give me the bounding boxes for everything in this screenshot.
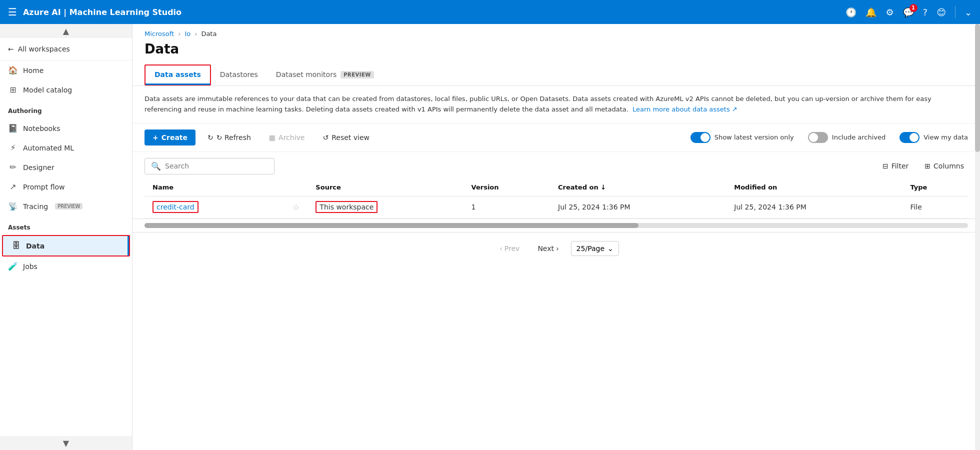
star-icon[interactable]: ☆ xyxy=(292,202,300,212)
bell-icon[interactable]: 🔔 xyxy=(866,7,876,18)
tabs: Data assets Datastores Dataset monitors … xyxy=(132,64,980,86)
history-icon[interactable]: 🕐 xyxy=(846,7,856,18)
archive-label: Archive xyxy=(278,134,304,142)
help-icon[interactable]: ? xyxy=(923,7,928,18)
hscroll-row xyxy=(132,218,980,232)
col-header-modified-on[interactable]: Modified on xyxy=(726,178,902,196)
col-header-created-on[interactable]: Created on ↓ xyxy=(550,178,726,196)
sidebar-item-jobs[interactable]: 🧪 Jobs xyxy=(0,256,132,276)
show-latest-toggle[interactable] xyxy=(690,132,710,143)
col-header-source[interactable]: Source xyxy=(308,178,463,196)
sidebar-prompt-flow-label: Prompt flow xyxy=(23,183,65,191)
sidebar: ▲ ← All workspaces 🏠 Home ⊞ Model catalo… xyxy=(0,24,132,450)
notifications-icon[interactable]: 💬 1 xyxy=(903,7,914,18)
jobs-icon: 🧪 xyxy=(8,262,18,271)
vertical-scrollbar[interactable] xyxy=(975,24,980,450)
create-button[interactable]: + Create xyxy=(144,130,196,146)
sidebar-designer-label: Designer xyxy=(23,164,54,172)
sidebar-item-tracing[interactable]: 📡 Tracing PREVIEW xyxy=(0,196,132,216)
breadcrumb-microsoft[interactable]: Microsoft xyxy=(144,30,174,38)
sidebar-scroll-down[interactable]: ▼ xyxy=(0,436,132,450)
col-header-version[interactable]: Version xyxy=(464,178,550,196)
data-table: Name Source Version Created on ↓ xyxy=(144,178,968,218)
sidebar-item-model-catalog[interactable]: ⊞ Model catalog xyxy=(0,80,132,100)
name-link[interactable]: credit-card xyxy=(152,201,198,213)
topbar-left: ☰ Azure AI | Machine Learning Studio xyxy=(8,6,182,18)
toolbar: + Create ↻ ↻ Refresh ▦ Archive ↺ Reset v… xyxy=(132,124,980,152)
version-value: 1 xyxy=(472,203,476,211)
table-row: credit-card ☆ This workspace 1 Jul 25, 2 xyxy=(144,196,968,218)
horizontal-scrollbar[interactable] xyxy=(144,223,968,228)
page-size-select[interactable]: 25/Page ⌄ xyxy=(571,241,619,256)
reset-view-icon: ↺ xyxy=(322,134,328,142)
include-archived-toggle-group: Include archived xyxy=(808,132,886,143)
pagination: ‹ Prev Next › 25/Page ⌄ xyxy=(132,232,980,264)
modified-on-value: Jul 25, 2024 1:36 PM xyxy=(734,203,806,211)
tab-datastores[interactable]: Datastores xyxy=(211,66,267,85)
automated-ml-icon: ⚡ xyxy=(8,143,18,152)
sidebar-scroll-up[interactable]: ▲ xyxy=(0,24,132,38)
tab-dataset-monitors-label: Dataset monitors xyxy=(276,70,336,78)
filter-button[interactable]: ⊟ Filter xyxy=(878,159,912,173)
create-label: Create xyxy=(162,134,188,142)
sidebar-item-notebooks[interactable]: 📓 Notebooks xyxy=(0,118,132,138)
back-icon: ← xyxy=(8,45,14,53)
sidebar-back-button[interactable]: ← All workspaces xyxy=(0,38,132,60)
archive-button[interactable]: ▦ Archive xyxy=(263,130,311,146)
data-assets-tab-highlight: Data assets xyxy=(144,64,211,86)
sidebar-data-label: Data xyxy=(26,242,44,250)
columns-button[interactable]: ⊞ Columns xyxy=(920,159,968,173)
sidebar-section-authoring: Authoring xyxy=(0,100,132,118)
columns-label: Columns xyxy=(934,162,964,170)
table-container: Name Source Version Created on ↓ xyxy=(132,178,980,218)
type-value: File xyxy=(910,203,922,211)
refresh-label: ↻ Refresh xyxy=(216,134,251,142)
main-content: Microsoft › Io › Data Data Data assets D… xyxy=(132,24,980,450)
col-header-name[interactable]: Name xyxy=(144,178,284,196)
breadcrumb-sep1: › xyxy=(178,30,180,38)
search-icon: 🔍 xyxy=(151,162,161,171)
designer-icon: ✏ xyxy=(8,162,18,172)
description-text: Data assets are immutable references to … xyxy=(144,95,932,113)
sidebar-item-prompt-flow[interactable]: ↗ Prompt flow xyxy=(0,177,132,196)
cell-source: This workspace xyxy=(308,196,463,218)
user-icon[interactable]: 😊 xyxy=(936,7,946,18)
prev-button[interactable]: ‹ Prev xyxy=(494,240,526,256)
chevron-down-icon[interactable]: ⌄ xyxy=(964,7,972,18)
data-icon: 🗄 xyxy=(11,241,21,250)
tab-data-assets[interactable]: Data assets xyxy=(146,66,210,85)
include-archived-toggle[interactable] xyxy=(808,132,828,143)
col-header-type[interactable]: Type xyxy=(902,178,968,196)
sidebar-item-designer[interactable]: ✏ Designer xyxy=(0,158,132,177)
hamburger-icon[interactable]: ☰ xyxy=(8,6,17,18)
search-input[interactable] xyxy=(165,162,268,170)
show-latest-knob xyxy=(700,133,710,142)
model-catalog-icon: ⊞ xyxy=(8,85,18,94)
tracing-preview-badge: PREVIEW xyxy=(55,203,82,210)
breadcrumb-workspace[interactable]: Io xyxy=(184,30,190,38)
sidebar-home-label: Home xyxy=(23,66,44,74)
reset-view-button[interactable]: ↺ Reset view xyxy=(316,130,376,146)
created-on-value: Jul 25, 2024 1:36 PM xyxy=(558,203,630,211)
sidebar-section-assets: Assets xyxy=(0,216,132,235)
breadcrumb-sep2: › xyxy=(194,30,197,38)
sidebar-item-data[interactable]: 🗄 Data xyxy=(3,236,129,256)
sidebar-jobs-label: Jobs xyxy=(23,262,38,270)
sidebar-item-home[interactable]: 🏠 Home xyxy=(0,60,132,80)
description: Data assets are immutable references to … xyxy=(132,86,980,124)
horizontal-scroll-thumb xyxy=(144,223,638,228)
cell-type: File xyxy=(902,196,968,218)
filter-cols: ⊟ Filter ⊞ Columns xyxy=(878,159,968,173)
settings-icon[interactable]: ⚙ xyxy=(886,7,894,18)
view-my-data-toggle[interactable] xyxy=(900,132,920,143)
next-label: Next xyxy=(538,244,554,252)
tab-dataset-monitors[interactable]: Dataset monitors PREVIEW xyxy=(267,66,383,85)
sidebar-item-automated-ml[interactable]: ⚡ Automated ML xyxy=(0,138,132,158)
next-button[interactable]: Next › xyxy=(532,240,564,256)
search-box: 🔍 xyxy=(144,158,274,174)
include-archived-knob xyxy=(809,133,818,142)
refresh-button[interactable]: ↻ ↻ Refresh xyxy=(202,130,257,146)
learn-more-link[interactable]: Learn more about data assets ↗ xyxy=(632,106,738,113)
breadcrumb: Microsoft › Io › Data xyxy=(132,24,980,40)
view-my-data-knob xyxy=(910,133,918,142)
